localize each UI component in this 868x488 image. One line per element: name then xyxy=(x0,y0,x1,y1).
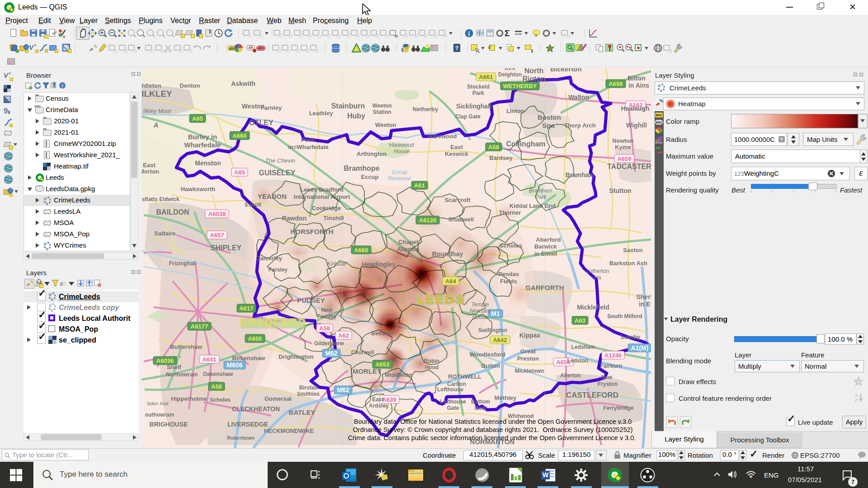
svg-text:Lotherton: Lotherton xyxy=(586,268,609,274)
svg-text:A61: A61 xyxy=(414,182,425,189)
svg-text:A658: A658 xyxy=(609,80,623,87)
svg-text:Micklefield: Micklefield xyxy=(577,304,609,311)
svg-text:Scholes: Scholes xyxy=(210,397,231,403)
svg-text:Kirk: Kirk xyxy=(505,68,515,71)
svg-text:Ferrybridge: Ferrybridge xyxy=(604,405,634,411)
svg-text:Shelf: Shelf xyxy=(167,364,181,371)
svg-text:Bramham: Bramham xyxy=(529,188,552,194)
svg-text:Burley in: Burley in xyxy=(188,133,217,141)
svg-text:A1(M): A1(M) xyxy=(631,344,649,352)
svg-text:Roundhay: Roundhay xyxy=(432,250,463,258)
svg-text:Deighton: Deighton xyxy=(498,71,522,78)
svg-text:Arthington: Arthington xyxy=(357,150,387,157)
svg-text:South Milford: South Milford xyxy=(607,313,642,319)
svg-text:Robin: Robin xyxy=(424,358,439,364)
svg-text:Keswick: Keswick xyxy=(445,150,469,157)
svg-text:New: New xyxy=(601,374,613,380)
svg-text:A: A xyxy=(855,393,858,398)
svg-text:A661: A661 xyxy=(479,74,493,80)
svg-text:Gomersal: Gomersal xyxy=(264,395,292,402)
svg-text:Walton: Walton xyxy=(568,94,589,101)
svg-text:A62: A62 xyxy=(338,332,349,339)
svg-text:Fairburn: Fairburn xyxy=(600,363,623,369)
svg-text:Sicklinghall: Sicklinghall xyxy=(456,103,491,110)
svg-text:A660: A660 xyxy=(354,247,368,253)
svg-text:Chapel: Chapel xyxy=(398,239,418,245)
svg-text:in El: in El xyxy=(639,300,651,308)
svg-text:Z: Z xyxy=(855,398,858,403)
svg-text:Bottom: Bottom xyxy=(471,399,490,405)
svg-text:LEEDS: LEEDS xyxy=(416,292,465,306)
svg-text:ROTHWELL: ROTHWELL xyxy=(448,373,481,380)
svg-text:Middleton: Middleton xyxy=(142,82,161,89)
svg-text:Methley: Methley xyxy=(495,394,517,401)
svg-text:Rawdon: Rawdon xyxy=(282,215,307,222)
svg-text:Great: Great xyxy=(520,348,536,355)
svg-text:New: New xyxy=(321,307,333,313)
svg-text:Kirkstall: Kirkstall xyxy=(327,261,346,267)
svg-text:Farnley: Farnley xyxy=(261,104,282,111)
svg-text:Healaugh: Healaugh xyxy=(621,105,649,112)
svg-text:Pool-: Pool- xyxy=(301,136,316,143)
svg-text:East: East xyxy=(143,162,156,169)
svg-text:in Elmet: in Elmet xyxy=(534,250,557,257)
svg-text:The Chevin: The Chevin xyxy=(265,157,295,164)
svg-text:A617: A617 xyxy=(239,305,253,312)
svg-text:Beeston: Beeston xyxy=(371,330,392,337)
svg-text:Barwick: Barwick xyxy=(534,243,557,250)
svg-text:Roberttown: Roberttown xyxy=(227,435,255,441)
svg-text:Birkenshaw: Birkenshaw xyxy=(232,355,266,361)
svg-text:Ledsham: Ledsham xyxy=(571,344,595,350)
svg-text:Hipperholme: Hipperholme xyxy=(171,395,207,402)
svg-text:Boat: Boat xyxy=(475,405,487,411)
svg-text:East: East xyxy=(450,144,463,150)
svg-text:Allerton: Allerton xyxy=(560,372,580,379)
svg-text:Hawksworth: Hawksworth xyxy=(181,186,216,192)
svg-text:i: i xyxy=(62,83,63,88)
svg-text:Swillington: Swillington xyxy=(478,327,507,333)
svg-text:Stainburn: Stainburn xyxy=(331,102,365,110)
svg-text:bden Hall: bden Hall xyxy=(147,401,169,406)
svg-text:Scholes: Scholes xyxy=(500,242,522,249)
svg-text:Temple: Temple xyxy=(472,301,489,308)
svg-text:Leathley: Leathley xyxy=(309,110,334,117)
svg-text:Denton: Denton xyxy=(180,82,200,89)
svg-text:Bramhope: Bramhope xyxy=(344,164,379,172)
svg-text:in=Wharfedale: in=Wharfedale xyxy=(288,144,328,150)
svg-text:Linton: Linton xyxy=(506,108,524,114)
svg-text:A58: A58 xyxy=(211,383,222,390)
svg-text:A: A xyxy=(153,121,159,129)
svg-text:CLECKHEATON: CLECKHEATON xyxy=(232,405,280,413)
svg-text:Woodlesford: Woodlesford xyxy=(469,351,505,358)
svg-text:WETHERBY: WETHERBY xyxy=(503,83,537,89)
svg-text:A653: A653 xyxy=(375,361,389,368)
svg-text:Pendas: Pendas xyxy=(498,271,519,277)
svg-text:Aberford: Aberford xyxy=(536,236,561,243)
svg-text:GUISELEY: GUISELEY xyxy=(259,169,296,177)
svg-text:Middleton: Middleton xyxy=(385,371,412,378)
svg-text:Harewood: Harewood xyxy=(389,142,414,148)
svg-text:Lofthouse: Lofthouse xyxy=(437,386,463,393)
svg-text:Menston: Menston xyxy=(195,160,221,167)
svg-text:Birstall: Birstall xyxy=(299,385,318,391)
svg-text:Ledston: Ledston xyxy=(567,357,589,364)
svg-text:Bardsey: Bardsey xyxy=(489,155,513,161)
svg-text:Saxton: Saxton xyxy=(623,247,642,253)
svg-text:Calverley: Calverley xyxy=(256,255,283,262)
svg-text:Eccup: Eccup xyxy=(361,174,378,180)
svg-text:A660: A660 xyxy=(232,132,246,139)
svg-text:Crime data: Contains public se: Crime data: Contains public sector infor… xyxy=(348,434,636,441)
svg-text:Fryston: Fryston xyxy=(598,381,618,387)
svg-text:A639: A639 xyxy=(382,396,396,403)
svg-text:Park: Park xyxy=(535,194,547,200)
svg-text:Cookridge: Cookridge xyxy=(312,205,341,211)
svg-text:Rigton: Rigton xyxy=(523,75,546,83)
svg-text:A650: A650 xyxy=(248,335,262,342)
svg-text:Wharfedale: Wharfedale xyxy=(184,141,221,149)
svg-text:House: House xyxy=(394,148,410,155)
svg-text:Ordnance Survey: © Crown copyr: Ordnance Survey: © Crown copyright and d… xyxy=(353,426,632,433)
svg-text:Smithies: Smithies xyxy=(297,391,320,397)
svg-text:Kippax: Kippax xyxy=(519,332,541,339)
svg-text:Oulton: Oulton xyxy=(481,362,500,369)
svg-text:Spa: Spa xyxy=(542,122,555,129)
